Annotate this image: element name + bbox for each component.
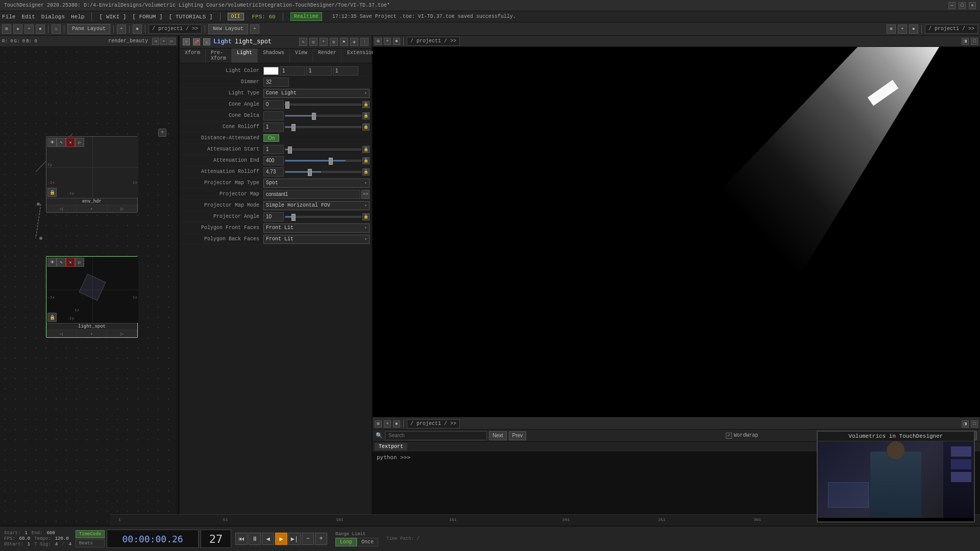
left-panel-icon-2[interactable]: + — [160, 38, 167, 45]
props-icon-eye[interactable]: ◎ — [309, 38, 317, 46]
cone-angle-lock[interactable]: 🔒 — [362, 101, 370, 108]
toolbar-icon-right-1[interactable]: ⊞ — [887, 24, 896, 34]
att-rolloff-slider[interactable] — [285, 171, 361, 173]
wordwrap-checkbox[interactable] — [726, 433, 732, 439]
att-end-slider[interactable] — [285, 160, 361, 162]
node-env-hdr-btn1[interactable]: ◁ — [46, 205, 77, 212]
dimmer-input[interactable] — [263, 78, 289, 87]
realtime-button[interactable]: Realtime — [290, 12, 322, 21]
att-start-slider[interactable] — [285, 148, 361, 151]
menu-wiki[interactable]: [ WIKI ] — [99, 14, 126, 20]
light-type-dropdown[interactable]: Cone Light ▾ — [263, 89, 370, 98]
tab-render[interactable]: Render — [313, 48, 342, 63]
step-fwd-button[interactable]: ▶| — [288, 533, 301, 545]
timecode-mode-btn[interactable]: TimeCode — [76, 530, 105, 538]
tab-pre-xform[interactable]: Pre-Xform — [206, 48, 232, 63]
toolbar-icon-5[interactable]: ⌂ — [52, 24, 61, 34]
left-panel-icon-1[interactable]: ◁ — [152, 38, 159, 45]
att-rolloff-input[interactable] — [263, 167, 284, 177]
cone-rolloff-slider[interactable] — [285, 126, 361, 128]
proj-angle-lock[interactable]: 🔒 — [362, 213, 370, 220]
tab-xform[interactable]: Xform — [180, 48, 206, 63]
node-ctrl-close2[interactable]: ✕ — [66, 258, 75, 267]
toolbar-icon-right-3[interactable]: ✱ — [909, 24, 918, 34]
oii-button[interactable]: OII — [228, 13, 244, 20]
poly-front-dropdown[interactable]: Front Lit ▾ — [263, 223, 370, 233]
props-icon-config[interactable]: ◈ — [350, 38, 358, 46]
cone-delta-lock[interactable]: 🔒 — [362, 112, 370, 119]
console-icon-5[interactable]: □ — [971, 420, 978, 428]
viewer-icon-5[interactable]: □ — [971, 38, 978, 45]
props-icon-plus[interactable]: + — [320, 38, 328, 46]
cone-rolloff-lock[interactable]: 🔒 — [362, 123, 370, 131]
att-end-input[interactable] — [263, 156, 284, 165]
play-button[interactable]: ▶ — [275, 533, 287, 545]
toolbar-icon-right-2[interactable]: + — [898, 24, 907, 34]
distance-att-toggle[interactable]: On — [263, 134, 279, 142]
minus-button[interactable]: − — [302, 533, 314, 545]
proj-map-input[interactable] — [263, 190, 360, 199]
timecode-display[interactable]: 00:00:00.26 — [107, 530, 199, 548]
att-start-lock[interactable]: 🔒 — [362, 146, 370, 153]
att-rolloff-lock[interactable]: 🔒 — [362, 168, 370, 176]
proj-map-mode-dropdown[interactable]: Simple Horizontal FOV ▾ — [263, 201, 370, 210]
node-light-spot-btn3[interactable]: ▷ — [107, 330, 137, 337]
node-canvas[interactable]: + 1y -1x 1x -1y 👁 ✎ ✕ ▷ 🔒 — [0, 47, 178, 540]
node-light-spot-btn1[interactable]: ◁ — [46, 330, 77, 337]
cone-delta-slider[interactable] — [285, 115, 361, 117]
proj-angle-input[interactable] — [263, 212, 284, 221]
att-end-lock[interactable]: 🔒 — [362, 157, 370, 164]
node-light-spot-btn2[interactable]: + — [77, 330, 107, 337]
new-layout-button[interactable]: New Layout — [208, 24, 248, 34]
menu-file[interactable]: File — [2, 14, 15, 20]
rewind-button[interactable]: ⏮ — [235, 533, 248, 545]
light-color-swatch[interactable] — [263, 67, 279, 75]
props-info-icon[interactable]: i — [203, 38, 210, 45]
pause-button[interactable]: ⏸ — [249, 533, 261, 545]
cone-delta-input[interactable] — [263, 111, 284, 120]
maximize-button[interactable]: □ — [959, 2, 966, 9]
proj-angle-slider[interactable] — [285, 216, 361, 218]
tab-light[interactable]: Light — [232, 48, 258, 63]
menu-help[interactable]: Help — [71, 14, 84, 20]
toolbar-icon-6[interactable]: + — [117, 24, 126, 34]
loop-button[interactable]: Loop — [335, 538, 357, 546]
cone-rolloff-input[interactable] — [263, 122, 284, 132]
menu-dialogs[interactable]: Dialogs — [41, 14, 65, 20]
add-node-button[interactable]: + — [158, 129, 166, 137]
menu-forum[interactable]: [ FORUM ] — [132, 14, 162, 20]
node-ctrl-lock2[interactable]: 🔒 — [47, 313, 57, 322]
node-ctrl-viewer2[interactable]: 👁 — [47, 258, 57, 267]
node-env-hdr[interactable]: 1y -1x 1x -1y 👁 ✎ ✕ ▷ 🔒 env_hdr ◁ — [46, 136, 138, 213]
console-next-button[interactable]: Next — [489, 431, 507, 440]
tab-shadows[interactable]: Shadows — [258, 48, 290, 63]
toolbar-icon-add[interactable]: + — [250, 24, 259, 34]
props-icon-flag[interactable]: ⚑ — [340, 38, 348, 46]
beats-mode-btn[interactable]: Beats — [76, 539, 105, 547]
node-ctrl-lock[interactable]: 🔒 — [47, 188, 57, 197]
props-pin-icon[interactable]: 📌 — [193, 38, 200, 45]
node-env-hdr-btn3[interactable]: ▷ — [107, 205, 137, 212]
light-color-r[interactable] — [280, 66, 305, 76]
console-tab-textport[interactable]: Textport — [375, 443, 407, 450]
tab-view[interactable]: View — [290, 48, 313, 63]
proj-map-nav[interactable]: >> — [361, 190, 370, 199]
toolbar-icon-7[interactable]: ✱ — [133, 24, 142, 34]
viewer-icon-4[interactable]: ◨ — [962, 38, 969, 45]
cone-angle-input[interactable] — [263, 100, 284, 109]
viewer-icon-2[interactable]: + — [384, 38, 391, 45]
console-icon-3[interactable]: ✱ — [393, 420, 400, 428]
props-icon-settings[interactable]: ⚙ — [330, 38, 338, 46]
menu-tutorials[interactable]: [ TUTORIALS ] — [169, 14, 213, 20]
poly-back-dropdown[interactable]: Front Lit ▾ — [263, 235, 370, 244]
node-light-spot[interactable]: -1x 1x -1y 1z 👁 ✎ ✕ ▷ 🔒 light_spot ◁ + ▷ — [46, 256, 138, 338]
close-button[interactable]: ✕ — [969, 2, 976, 9]
left-panel-icon-3[interactable]: ▷ — [168, 38, 176, 45]
console-icon-4[interactable]: ◨ — [962, 420, 969, 428]
node-ctrl-edit[interactable]: ✎ — [57, 138, 66, 147]
frame-display[interactable]: 27 — [201, 530, 231, 548]
toolbar-icon-2[interactable]: ◈ — [13, 24, 22, 34]
light-color-g[interactable] — [306, 66, 332, 76]
props-icon-more[interactable]: ⋮ — [360, 38, 369, 46]
step-back-button[interactable]: ◀ — [262, 533, 274, 545]
